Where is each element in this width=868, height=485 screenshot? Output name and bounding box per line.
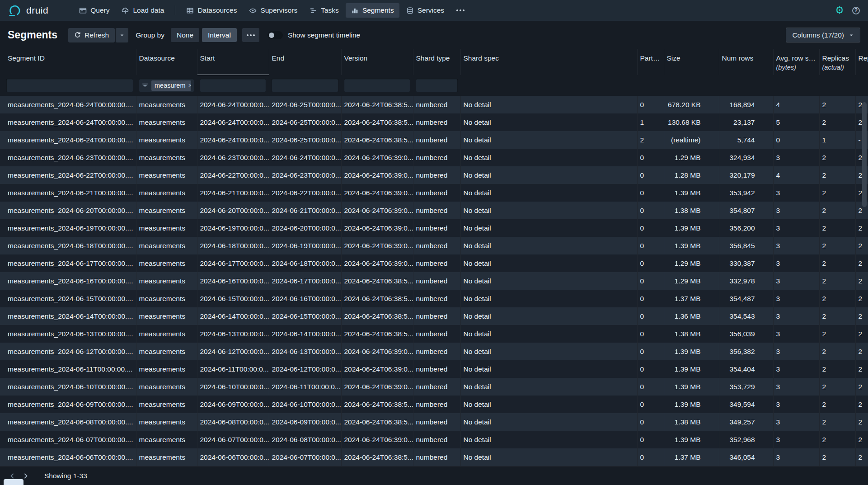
cell-version[interactable]: 2024-06-24T06:39:0... [341, 431, 413, 448]
cell-avg-row-size[interactable]: 3 [773, 343, 819, 360]
cell-size[interactable]: 1.38 MB [664, 325, 719, 343]
cell-version[interactable]: 2024-06-24T06:39:0... [341, 166, 413, 184]
cell-replication-factor[interactable]: 2 [855, 290, 868, 307]
column-header-end[interactable]: End [269, 49, 341, 75]
cell-replication-factor[interactable]: 2 [855, 431, 868, 448]
end-filter-input[interactable] [272, 79, 338, 92]
cell-num-rows[interactable]: 354,487 [719, 290, 773, 307]
cell-num-rows[interactable]: 5,744 [719, 131, 773, 149]
cell-segment-id[interactable]: measurements_2024-06-18T00:00:00.... [0, 237, 136, 254]
cell-replicas[interactable]: 2 [819, 448, 855, 466]
cell-avg-row-size[interactable]: 3 [773, 325, 819, 343]
cell-end[interactable]: 2024-06-21T00:00:0... [269, 202, 341, 219]
cell-partition[interactable]: 0 [637, 378, 664, 396]
column-header-replication-factor[interactable]: Replication factor [855, 49, 868, 75]
cell-version[interactable]: 2024-06-24T06:39:0... [341, 149, 413, 166]
cell-num-rows[interactable]: 346,054 [719, 448, 773, 466]
table-row[interactable]: measurements_2024-06-12T00:00:00....meas… [0, 343, 868, 360]
cell-num-rows[interactable]: 354,404 [719, 360, 773, 378]
cell-shard-spec[interactable]: No detail [460, 237, 637, 254]
cell-avg-row-size[interactable]: 3 [773, 378, 819, 396]
table-row[interactable]: measurements_2024-06-06T00:00:00....meas… [0, 448, 868, 466]
cell-avg-row-size[interactable]: 3 [773, 254, 819, 272]
cell-partition[interactable]: 0 [637, 237, 664, 254]
cell-replicas[interactable]: 2 [819, 413, 855, 431]
cell-avg-row-size[interactable]: 3 [773, 396, 819, 413]
segment-timeline-toggle[interactable] [267, 31, 283, 39]
cell-end[interactable]: 2024-06-23T00:00:0... [269, 166, 341, 184]
cell-end[interactable]: 2024-06-16T00:00:0... [269, 290, 341, 307]
cell-datasource[interactable]: measurements [136, 237, 197, 254]
cell-version[interactable]: 2024-06-24T06:39:0... [341, 219, 413, 237]
cell-replication-factor[interactable]: 2 [855, 360, 868, 378]
cell-shard-type[interactable]: numbered [413, 202, 460, 219]
cell-size[interactable]: 1.39 MB [664, 184, 719, 202]
cell-shard-type[interactable]: numbered [413, 113, 460, 131]
cell-avg-row-size[interactable]: 3 [773, 307, 819, 325]
refresh-button[interactable]: Refresh [68, 28, 115, 42]
table-row[interactable]: measurements_2024-06-20T00:00:00....meas… [0, 202, 868, 219]
cell-shard-type[interactable]: numbered [413, 378, 460, 396]
cell-avg-row-size[interactable]: 3 [773, 448, 819, 466]
column-header-shard-type[interactable]: Shard type [413, 49, 460, 75]
cell-num-rows[interactable]: 324,934 [719, 149, 773, 166]
cell-end[interactable]: 2024-06-12T00:00:0... [269, 360, 341, 378]
cell-segment-id[interactable]: measurements_2024-06-10T00:00:00.... [0, 378, 136, 396]
cell-start[interactable]: 2024-06-09T00:00:0... [197, 396, 269, 413]
cell-num-rows[interactable]: 332,978 [719, 272, 773, 290]
cell-shard-type[interactable]: numbered [413, 396, 460, 413]
group-by-interval-button[interactable]: Interval [202, 28, 237, 42]
cell-shard-type[interactable]: numbered [413, 254, 460, 272]
cell-partition[interactable]: 0 [637, 166, 664, 184]
cell-size[interactable]: 1.36 MB [664, 307, 719, 325]
cell-segment-id[interactable]: measurements_2024-06-22T00:00:00.... [0, 166, 136, 184]
cell-num-rows[interactable]: 354,807 [719, 202, 773, 219]
start-filter-input[interactable] [200, 79, 266, 92]
cell-start[interactable]: 2024-06-24T00:00:0... [197, 131, 269, 149]
cell-shard-spec[interactable]: No detail [460, 254, 637, 272]
cell-shard-spec[interactable]: No detail [460, 343, 637, 360]
cell-shard-type[interactable]: numbered [413, 448, 460, 466]
nav-item-tasks[interactable]: Tasks [304, 3, 344, 18]
table-row[interactable]: measurements_2024-06-23T00:00:00....meas… [0, 149, 868, 166]
nav-item-services[interactable]: Services [401, 3, 450, 18]
nav-item-segments[interactable]: Segments [346, 3, 399, 18]
column-header-segment-id[interactable]: Segment ID [0, 49, 136, 75]
cell-avg-row-size[interactable]: 3 [773, 219, 819, 237]
cell-replication-factor[interactable]: 2 [855, 219, 868, 237]
cell-size[interactable]: 1.28 MB [664, 166, 719, 184]
column-header-partition[interactable]: Partition [637, 49, 664, 75]
table-row[interactable]: measurements_2024-06-16T00:00:00....meas… [0, 272, 868, 290]
cell-version[interactable]: 2024-06-24T06:39:0... [341, 378, 413, 396]
cell-shard-type[interactable]: numbered [413, 290, 460, 307]
cell-end[interactable]: 2024-06-08T00:00:0... [269, 431, 341, 448]
cell-replicas[interactable]: 1 [819, 131, 855, 149]
cell-shard-spec[interactable]: No detail [460, 272, 637, 290]
druid-home-link[interactable]: druid [8, 4, 48, 17]
cell-shard-type[interactable]: numbered [413, 413, 460, 431]
cell-segment-id[interactable]: measurements_2024-06-17T00:00:00.... [0, 254, 136, 272]
cell-version[interactable]: 2024-06-24T06:38:5... [341, 396, 413, 413]
cell-datasource[interactable]: measurements [136, 149, 197, 166]
cell-replication-factor[interactable]: 2 [855, 237, 868, 254]
nav-item-datasources[interactable]: Datasources [181, 3, 242, 18]
cell-shard-spec[interactable]: No detail [460, 396, 637, 413]
cell-size[interactable]: 1.39 MB [664, 396, 719, 413]
cell-size[interactable]: 1.29 MB [664, 254, 719, 272]
column-header-version[interactable]: Version [341, 49, 413, 75]
cell-num-rows[interactable]: 23,137 [719, 113, 773, 131]
cell-version[interactable]: 2024-06-24T06:39:0... [341, 184, 413, 202]
table-row[interactable]: measurements_2024-06-09T00:00:00....meas… [0, 396, 868, 413]
cell-shard-spec[interactable]: No detail [460, 96, 637, 113]
cell-replicas[interactable]: 2 [819, 431, 855, 448]
cell-avg-row-size[interactable]: 3 [773, 202, 819, 219]
cell-start[interactable]: 2024-06-15T00:00:0... [197, 290, 269, 307]
cell-replication-factor[interactable]: 2 [855, 325, 868, 343]
cell-size[interactable]: 678.20 KB [664, 96, 719, 113]
version-filter-input[interactable] [344, 79, 410, 92]
column-header-start[interactable]: Start [197, 49, 269, 75]
cell-avg-row-size[interactable]: 0 [773, 131, 819, 149]
cell-version[interactable]: 2024-06-24T06:38:5... [341, 113, 413, 131]
cell-num-rows[interactable]: 352,968 [719, 431, 773, 448]
cell-replicas[interactable]: 2 [819, 254, 855, 272]
